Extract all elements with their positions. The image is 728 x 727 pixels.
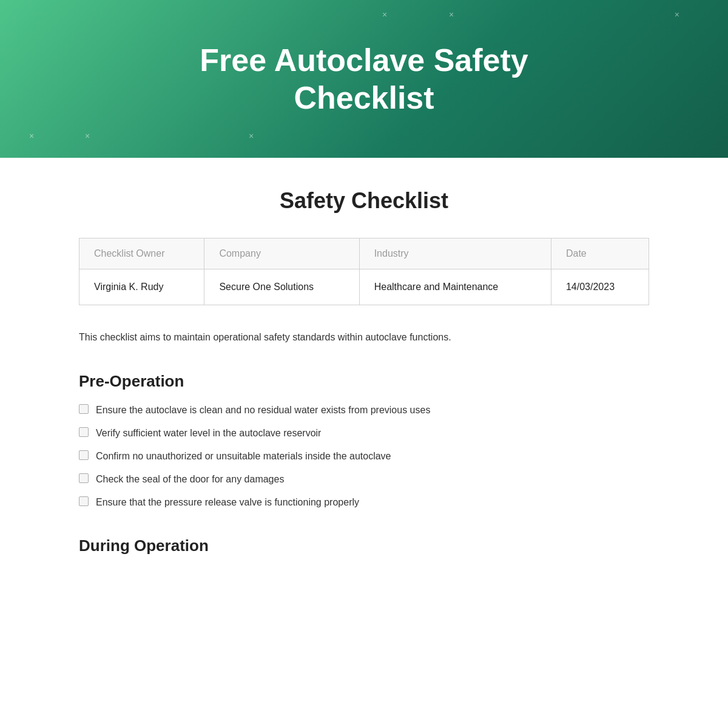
col-owner: Checklist Owner <box>79 238 204 269</box>
checklist-description: This checklist aims to maintain operatio… <box>79 330 649 345</box>
checkbox-5[interactable] <box>79 496 89 506</box>
section-title: Safety Checklist <box>79 188 649 214</box>
cell-date: 14/03/2023 <box>551 269 649 305</box>
checklist-item-text-3: Confirm no unauthorized or unsuitable ma… <box>96 449 391 464</box>
checklist-item-text-2: Verify sufficient water level in the aut… <box>96 426 321 441</box>
list-item: Ensure that the pressure release valve i… <box>79 495 649 510</box>
decorative-x-1: × <box>382 10 387 19</box>
col-date: Date <box>551 238 649 269</box>
col-industry: Industry <box>359 238 551 269</box>
cell-industry: Healthcare and Maintenance <box>359 269 551 305</box>
page-title: Free Autoclave Safety Checklist <box>152 41 576 117</box>
checkbox-3[interactable] <box>79 450 89 460</box>
decorative-x-5: × <box>85 131 90 141</box>
checklist-item-text-4: Check the seal of the door for any damag… <box>96 472 284 487</box>
checkbox-2[interactable] <box>79 427 89 437</box>
checklist-item-text-1: Ensure the autoclave is clean and no res… <box>96 403 430 418</box>
checklist-info-table: Checklist Owner Company Industry Date Vi… <box>79 238 649 305</box>
checklist-item-text-5: Ensure that the pressure release valve i… <box>96 495 359 510</box>
cell-company: Secure One Solutions <box>204 269 359 305</box>
list-item: Verify sufficient water level in the aut… <box>79 426 649 441</box>
list-item: Confirm no unauthorized or unsuitable ma… <box>79 449 649 464</box>
section-heading-during-operation: During Operation <box>79 536 649 555</box>
page-header: × × × × × × Free Autoclave Safety Checkl… <box>0 0 728 158</box>
decorative-x-4: × <box>29 131 34 141</box>
cell-owner: Virginia K. Rudy <box>79 269 204 305</box>
checkbox-4[interactable] <box>79 473 89 483</box>
checkbox-1[interactable] <box>79 404 89 414</box>
decorative-x-3: × <box>675 10 679 19</box>
list-item: Check the seal of the door for any damag… <box>79 472 649 487</box>
main-content: Safety Checklist Checklist Owner Company… <box>30 158 698 598</box>
decorative-x-6: × <box>249 131 254 141</box>
pre-operation-checklist: Ensure the autoclave is clean and no res… <box>79 403 649 510</box>
col-company: Company <box>204 238 359 269</box>
table-row: Virginia K. Rudy Secure One Solutions He… <box>79 269 649 305</box>
section-heading-pre-operation: Pre-Operation <box>79 372 649 391</box>
decorative-x-2: × <box>449 10 454 19</box>
list-item: Ensure the autoclave is clean and no res… <box>79 403 649 418</box>
